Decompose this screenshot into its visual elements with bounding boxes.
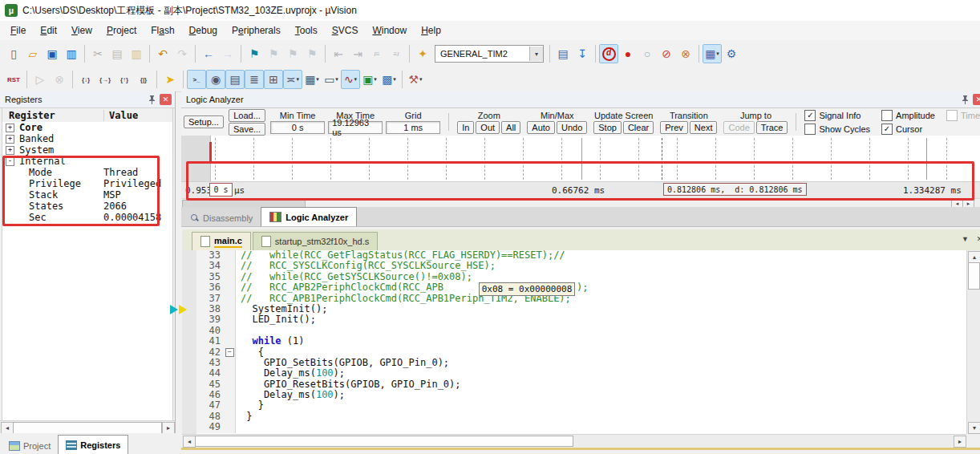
- pin-icon[interactable]: [959, 94, 971, 105]
- register-row[interactable]: +Banked: [2, 133, 172, 144]
- tree-expander-icon[interactable]: +: [6, 135, 14, 144]
- register-row[interactable]: -Internal: [2, 156, 172, 167]
- tree-expander-icon[interactable]: -: [6, 157, 14, 166]
- fold-margin[interactable]: [225, 390, 236, 400]
- close-document-icon[interactable]: ✕: [974, 233, 980, 245]
- target-options-icon[interactable]: ✦: [413, 44, 432, 63]
- flash-config-icon[interactable]: ▤: [553, 44, 573, 63]
- in-button[interactable]: In: [457, 121, 474, 134]
- line-number[interactable]: 38: [196, 304, 225, 314]
- stop-icon[interactable]: ⊗: [50, 70, 69, 89]
- code-line[interactable]: 37// RCC_APB1PeriphClockCmd(RCC_APB1Peri…: [196, 294, 966, 304]
- fold-margin[interactable]: [225, 400, 236, 411]
- fold-margin[interactable]: [225, 336, 236, 347]
- disable-all-breakpoints-icon[interactable]: ⊘: [657, 44, 676, 63]
- cut-icon[interactable]: ✂: [88, 44, 107, 63]
- register-row[interactable]: StackMSP: [2, 189, 172, 201]
- scroll-thumb[interactable]: [13, 422, 162, 434]
- prev-bookmark-icon[interactable]: ⚑: [264, 44, 283, 63]
- line-number[interactable]: 43: [196, 358, 225, 368]
- pin-icon[interactable]: [146, 94, 158, 105]
- field-value[interactable]: 1 ms: [386, 121, 440, 134]
- code-line[interactable]: 42− {: [196, 347, 966, 358]
- enable-disable-breakpoint-icon[interactable]: ○: [638, 44, 657, 63]
- code-text[interactable]: GPIO_SetBits(GPIOB, GPIO_Pin_0);: [236, 358, 449, 368]
- fold-collapse-icon[interactable]: −: [225, 348, 234, 357]
- code-text[interactable]: GPIO_ResetBits(GPIOB, GPIO_Pin_0);: [236, 379, 461, 390]
- editor-vscrollbar[interactable]: ▴ ▾: [966, 250, 980, 434]
- chevron-down-icon[interactable]: ▾: [374, 76, 377, 83]
- editor-hscrollbar[interactable]: ◂ ▸: [182, 434, 966, 447]
- tab-list-dropdown-icon[interactable]: ▼: [959, 233, 971, 245]
- menu-flash[interactable]: Flash: [144, 22, 181, 39]
- next-bookmark-icon[interactable]: ⚑: [283, 44, 302, 63]
- checkbox-cursor[interactable]: ✓Cursor: [881, 124, 935, 135]
- fold-margin[interactable]: −: [225, 347, 236, 358]
- code-text[interactable]: }: [236, 400, 264, 411]
- registers-window-icon[interactable]: ≣: [245, 70, 264, 89]
- save-all-icon[interactable]: ▥: [62, 44, 81, 63]
- chevron-down-icon[interactable]: ▾: [529, 47, 543, 61]
- menu-peripherals[interactable]: Peripherals: [225, 22, 288, 39]
- undo-icon[interactable]: ↶: [153, 44, 172, 63]
- paste-icon[interactable]: ▥: [127, 44, 146, 63]
- menu-view[interactable]: View: [64, 22, 99, 39]
- undo-button[interactable]: Undo: [557, 121, 587, 134]
- code-line[interactable]: 38 SystemInit();: [196, 304, 966, 314]
- checkbox-icon[interactable]: [881, 110, 893, 121]
- time-scale-bar[interactable]: 0.9537 0 s µs 0.66762 ms 0.812806 ms, d:…: [181, 181, 980, 199]
- next-button[interactable]: Next: [690, 121, 718, 134]
- system-viewer-icon[interactable]: ▣▾: [360, 70, 379, 89]
- kill-all-breakpoints-icon[interactable]: ⊗: [676, 44, 695, 63]
- checkbox-show-cycles[interactable]: Show Cycles: [804, 124, 870, 135]
- line-number[interactable]: 44: [196, 368, 225, 379]
- grid-origin-label[interactable]: 0 s: [209, 183, 233, 197]
- menu-edit[interactable]: Edit: [33, 22, 64, 39]
- disassembly-window-icon[interactable]: ◉: [206, 70, 225, 89]
- code-line[interactable]: 33// while(RCC_GetFlagStatus(RCC_FLAG_HS…: [196, 250, 966, 261]
- scroll-up-icon[interactable]: ▴: [968, 251, 980, 263]
- reset-icon[interactable]: RST: [4, 70, 23, 89]
- menu-tools[interactable]: Tools: [288, 22, 325, 39]
- watch-window-icon[interactable]: ≍▾: [283, 70, 302, 89]
- prev-button[interactable]: Prev: [660, 121, 688, 134]
- redo-icon[interactable]: ↷: [172, 44, 192, 63]
- chevron-down-icon[interactable]: ▾: [354, 76, 358, 83]
- save-icon[interactable]: ▣: [43, 44, 62, 63]
- fold-margin[interactable]: [225, 422, 236, 432]
- step-out-icon[interactable]: {↑}: [115, 70, 134, 89]
- fold-margin[interactable]: [225, 314, 236, 325]
- line-number[interactable]: 49: [196, 422, 225, 432]
- debug-tools-icon[interactable]: ⚒▾: [406, 70, 425, 89]
- line-number[interactable]: 42: [196, 347, 225, 358]
- save-button[interactable]: Save...: [229, 123, 265, 136]
- code-text[interactable]: [236, 422, 241, 432]
- line-number[interactable]: 39: [196, 314, 225, 325]
- run-to-cursor-icon[interactable]: {|}: [134, 70, 153, 89]
- tree-expander-icon[interactable]: +: [6, 146, 14, 155]
- code-text[interactable]: LED_Init();: [236, 314, 316, 325]
- fold-margin[interactable]: [225, 326, 236, 336]
- checkbox-amplitude[interactable]: Amplitude: [881, 110, 935, 121]
- load-button[interactable]: Load...: [229, 109, 265, 122]
- menu-project[interactable]: Project: [99, 22, 144, 39]
- scroll-left-icon[interactable]: ◂: [1, 422, 14, 434]
- scroll-down-icon[interactable]: ▾: [968, 422, 980, 434]
- tree-expander-icon[interactable]: +: [6, 124, 14, 132]
- code-text[interactable]: }: [236, 411, 252, 422]
- menu-svcs[interactable]: SVCS: [325, 22, 366, 39]
- scroll-thumb[interactable]: [195, 436, 573, 447]
- fold-margin[interactable]: [225, 304, 236, 314]
- line-number[interactable]: 47: [196, 400, 225, 411]
- tab-logic-analyzer[interactable]: Logic Analyzer: [261, 207, 357, 226]
- editor-tab-startup-stm32f10x-hd-s[interactable]: startup_stm32f10x_hd.s: [253, 232, 378, 250]
- navigate-back-icon[interactable]: ←: [199, 44, 218, 63]
- scroll-thumb[interactable]: [968, 262, 980, 290]
- code-line[interactable]: 44 Delay_ms(100);: [196, 368, 966, 379]
- run-icon[interactable]: ▷: [30, 70, 50, 89]
- register-row[interactable]: ModeThread: [2, 167, 172, 178]
- fold-margin[interactable]: [225, 261, 236, 271]
- uncomment-icon[interactable]: ≡/: [387, 44, 406, 63]
- call-stack-icon[interactable]: ⊞: [264, 70, 283, 89]
- column-value[interactable]: Value: [104, 110, 138, 121]
